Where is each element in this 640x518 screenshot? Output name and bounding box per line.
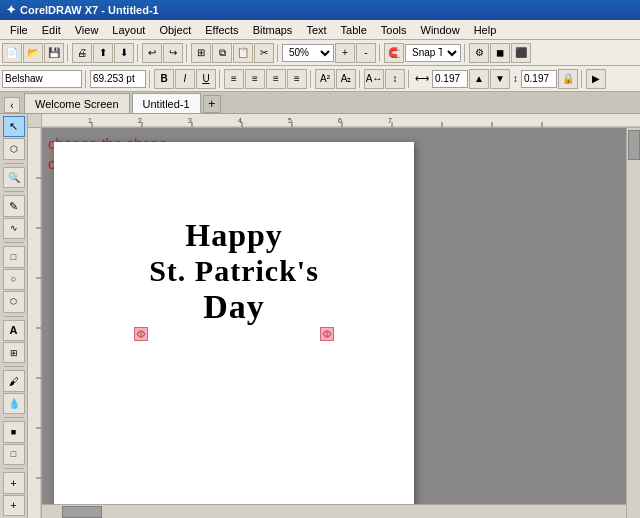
tool-zoom[interactable]: 🔍	[3, 167, 25, 188]
align-justify-btn[interactable]: ≡	[287, 69, 307, 89]
handle-left[interactable]	[134, 327, 148, 341]
copy-btn[interactable]: ⧉	[212, 43, 232, 63]
svg-text:1: 1	[88, 117, 92, 124]
sep3	[186, 44, 188, 62]
tool-plus1[interactable]: +	[3, 472, 25, 493]
tab-add-btn[interactable]: +	[203, 95, 221, 113]
tool-text[interactable]: A	[3, 320, 25, 341]
tool-plus2[interactable]: +	[3, 495, 25, 516]
redo-btn[interactable]: ↪	[163, 43, 183, 63]
snap-dropdown[interactable]: Snap To	[405, 44, 461, 62]
menu-table[interactable]: Table	[335, 22, 373, 38]
font-name-input[interactable]	[2, 70, 82, 88]
left-sep6	[4, 417, 24, 418]
line-spacing-btn[interactable]: ↕	[385, 69, 405, 89]
tab-welcome[interactable]: Welcome Screen	[24, 93, 130, 113]
menu-edit[interactable]: Edit	[36, 22, 67, 38]
zoom-dropdown[interactable]: 50%	[282, 44, 334, 62]
menu-bitmaps[interactable]: Bitmaps	[247, 22, 299, 38]
tool-bezier[interactable]: ∿	[3, 218, 25, 239]
main-area: ↖ ⬡ 🔍 ✎ ∿ □ ○ ⬡ A ⊞ 🖌 💧 ■ □ + +	[0, 114, 640, 518]
sep8	[149, 70, 151, 88]
tool-select[interactable]: ↖	[3, 116, 25, 137]
menu-help[interactable]: Help	[468, 22, 503, 38]
import2-btn[interactable]: ⊞	[191, 43, 211, 63]
tab-arrow-left[interactable]: ‹	[4, 97, 20, 113]
italic-btn[interactable]: I	[175, 69, 195, 89]
subscript-btn[interactable]: A₂	[336, 69, 356, 89]
app-icon: ✦	[6, 3, 16, 17]
tool-node[interactable]: ⬡	[3, 138, 25, 159]
card-line2: St. Patrick's	[54, 254, 414, 288]
misc2-btn[interactable]: ⬛	[511, 43, 531, 63]
scrollbar-h-thumb[interactable]	[62, 506, 102, 518]
sep11	[359, 70, 361, 88]
tool-table[interactable]: ⊞	[3, 342, 25, 363]
menu-view[interactable]: View	[69, 22, 105, 38]
width-label: ⟷	[415, 73, 429, 84]
open-btn[interactable]: 📂	[23, 43, 43, 63]
print-btn[interactable]: 🖨	[72, 43, 92, 63]
save-btn[interactable]: 💾	[44, 43, 64, 63]
menu-text[interactable]: Text	[300, 22, 332, 38]
more-options-btn[interactable]: ▶	[586, 69, 606, 89]
tab-document[interactable]: Untitled-1	[132, 93, 201, 113]
left-sep1	[4, 163, 24, 164]
align-left-btn[interactable]: ≡	[224, 69, 244, 89]
left-sep2	[4, 191, 24, 192]
tool-freehand[interactable]: ✎	[3, 195, 25, 216]
bold-btn[interactable]: B	[154, 69, 174, 89]
options-btn[interactable]: ⚙	[469, 43, 489, 63]
zoom-out-btn[interactable]: -	[356, 43, 376, 63]
handle-right[interactable]	[320, 327, 334, 341]
scrollbar-vertical[interactable]	[626, 128, 640, 518]
svg-text:4: 4	[238, 117, 242, 124]
tool-eyedropper[interactable]: 💧	[3, 393, 25, 414]
document-canvas: Happy St. Patrick's Day extend text tohe…	[54, 142, 414, 518]
align-center-btn[interactable]: ≡	[245, 69, 265, 89]
width-unit-btn[interactable]: ▲	[469, 69, 489, 89]
menu-tools[interactable]: Tools	[375, 22, 413, 38]
paste-btn[interactable]: 📋	[233, 43, 253, 63]
height-label: ↕	[513, 73, 518, 84]
lock-ratio-btn[interactable]: 🔒	[558, 69, 578, 89]
zoom-in-btn[interactable]: +	[335, 43, 355, 63]
align-right-btn[interactable]: ≡	[266, 69, 286, 89]
toolbar-standard: 📄 📂 💾 🖨 ⬆ ⬇ ↩ ↪ ⊞ ⧉ 📋 ✂ 50% + - 🧲 Snap T…	[0, 40, 640, 66]
tool-polygon[interactable]: ⬡	[3, 291, 25, 312]
export-btn[interactable]: ⬆	[93, 43, 113, 63]
width-input[interactable]	[432, 70, 468, 88]
underline-btn[interactable]: U	[196, 69, 216, 89]
scrollbar-thumb[interactable]	[628, 130, 640, 160]
svg-text:3: 3	[188, 117, 192, 124]
char-spacing-btn[interactable]: A↔	[364, 69, 384, 89]
svg-text:6: 6	[338, 117, 342, 124]
width-unit-down-btn[interactable]: ▼	[490, 69, 510, 89]
import-btn[interactable]: ⬇	[114, 43, 134, 63]
tool-paint[interactable]: 🖌	[3, 370, 25, 391]
menu-window[interactable]: Window	[415, 22, 466, 38]
height-input[interactable]	[521, 70, 557, 88]
ruler-vertical	[28, 128, 42, 518]
menu-layout[interactable]: Layout	[106, 22, 151, 38]
sep12	[408, 70, 410, 88]
tab-bar: ‹ Welcome Screen Untitled-1 +	[0, 92, 640, 114]
sep4	[277, 44, 279, 62]
menu-effects[interactable]: Effects	[199, 22, 244, 38]
tool-fill[interactable]: ■	[3, 421, 25, 442]
tool-rectangle[interactable]: □	[3, 246, 25, 267]
tool-ellipse[interactable]: ○	[3, 269, 25, 290]
card-text[interactable]: Happy St. Patrick's Day	[54, 217, 414, 326]
new-btn[interactable]: 📄	[2, 43, 22, 63]
undo-btn[interactable]: ↩	[142, 43, 162, 63]
tool-outline[interactable]: □	[3, 444, 25, 465]
cut-btn[interactable]: ✂	[254, 43, 274, 63]
misc-btn[interactable]: ◼	[490, 43, 510, 63]
scrollbar-horizontal[interactable]	[42, 504, 626, 518]
menu-object[interactable]: Object	[153, 22, 197, 38]
font-size-input[interactable]	[90, 70, 146, 88]
title-text: CorelDRAW X7 - Untitled-1	[20, 4, 159, 16]
svg-text:7: 7	[388, 117, 392, 124]
superscript-btn[interactable]: A²	[315, 69, 335, 89]
menu-file[interactable]: File	[4, 22, 34, 38]
